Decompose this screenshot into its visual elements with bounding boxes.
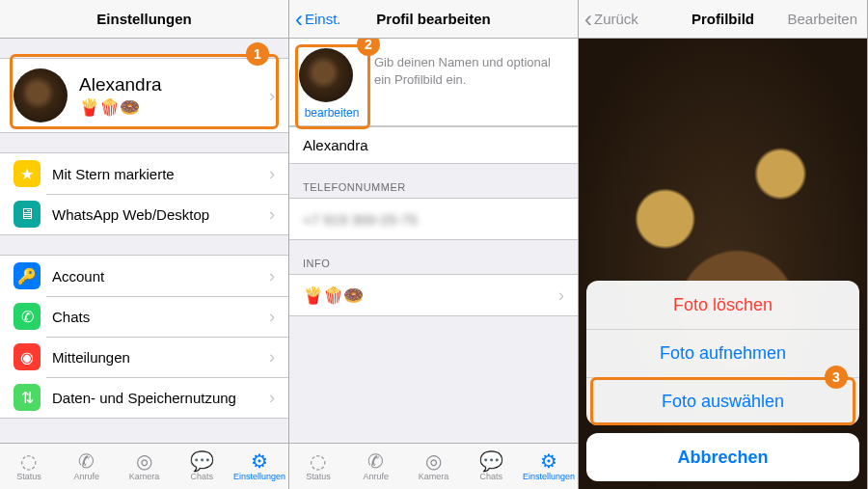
chevron-right-icon: › [269, 266, 275, 286]
tab-bar: ◌Status ✆Anrufe ◎Kamera 💬Chats ⚙Einstell… [289, 443, 578, 489]
chevron-right-icon: › [269, 86, 275, 106]
phone-number: +7 919 300-25-75 [303, 211, 418, 228]
status-icon: ◌ [20, 451, 37, 471]
nav-title: Einstellungen [96, 11, 191, 27]
sheet-cancel[interactable]: Abbrechen [586, 433, 859, 481]
row-notifications[interactable]: ◉ Mitteilungen › [0, 337, 288, 377]
chevron-right-icon: › [558, 285, 564, 306]
chevron-right-icon: › [269, 204, 275, 225]
key-icon: 🔑 [14, 262, 41, 289]
sheet-delete-photo[interactable]: Foto löschen [586, 281, 859, 329]
tab-status[interactable]: ◌Status [0, 444, 58, 489]
tab-settings[interactable]: ⚙Einstellungen [520, 444, 578, 489]
phone-icon: ✆ [78, 451, 95, 471]
tab-chats[interactable]: 💬Chats [462, 444, 520, 489]
gear-icon: ⚙ [540, 451, 557, 471]
nav-back[interactable]: ‹ Zurück [584, 0, 638, 38]
info-value: 🍟🍿🍩 [303, 285, 364, 306]
phone-icon: ✆ [367, 451, 384, 471]
info-row[interactable]: 🍟🍿🍩 › [289, 275, 578, 315]
desktop-icon: 🖥 [14, 201, 41, 228]
row-label: Chats [52, 309, 269, 325]
nav-edit[interactable]: Bearbeiten [787, 0, 857, 38]
camera-icon: ◎ [136, 451, 152, 471]
status-icon: ◌ [310, 451, 326, 471]
nav-title: Profil bearbeiten [376, 11, 490, 27]
chevron-right-icon: › [269, 347, 275, 367]
chats-icon: 💬 [479, 451, 503, 471]
profile-status: 🍟🍿🍩 [79, 97, 162, 118]
row-web-desktop[interactable]: 🖥 WhatsApp Web/Desktop › [0, 194, 288, 234]
edit-hint: Gib deinen Namen und optional ein Profil… [374, 48, 564, 125]
nav-title: Profilbild [692, 11, 754, 27]
avatar [14, 68, 68, 122]
content: bearbeiten Gib deinen Namen und optional… [289, 39, 578, 443]
info-group: 🍟🍿🍩 › [289, 274, 578, 316]
row-chats[interactable]: ✆ Chats › [0, 296, 288, 337]
row-data-storage[interactable]: ⇅ Daten- und Speichernutzung › [0, 377, 288, 418]
profile-name: Alexandra [79, 74, 162, 95]
phone-group: +7 919 300-25-75 [289, 198, 578, 240]
action-sheet-options: Foto löschen Foto aufnehmen Foto auswähl… [586, 281, 859, 425]
chats-icon: 💬 [190, 451, 214, 471]
sheet-choose-photo[interactable]: Foto auswählen [586, 377, 859, 425]
nav-back[interactable]: ‹ Einst. [295, 0, 341, 38]
screen-profile-photo: ‹ Zurück Profilbild Bearbeiten Foto lösc… [579, 0, 868, 489]
tab-chats[interactable]: 💬Chats [173, 444, 231, 489]
group-starred: ★ Mit Stern markierte › 🖥 WhatsApp Web/D… [0, 152, 288, 235]
section-phone: TELEFONNUMMER [289, 164, 578, 198]
row-starred[interactable]: ★ Mit Stern markierte › [0, 153, 288, 194]
notify-icon: ◉ [14, 343, 41, 370]
whatsapp-icon: ✆ [14, 303, 41, 330]
group-main: 🔑 Account › ✆ Chats › ◉ Mitteilungen › ⇅… [0, 255, 288, 419]
edit-profile-block: bearbeiten Gib deinen Namen und optional… [289, 39, 578, 126]
gear-icon: ⚙ [251, 451, 268, 471]
phone-row[interactable]: +7 919 300-25-75 [289, 199, 578, 239]
nav-bar: ‹ Einst. Profil bearbeiten [289, 0, 578, 39]
avatar-column: bearbeiten [303, 48, 361, 125]
avatar[interactable] [299, 48, 353, 102]
content: Alexandra 🍟🍿🍩 › 1 ★ Mit Stern markierte … [0, 39, 288, 443]
name-field[interactable]: Alexandra [289, 126, 578, 164]
tab-calls[interactable]: ✆Anrufe [58, 444, 116, 489]
chevron-left-icon: ‹ [584, 8, 592, 31]
tab-camera[interactable]: ◎Kamera [116, 444, 174, 489]
tab-settings[interactable]: ⚙Einstellungen [231, 444, 288, 489]
profile-row[interactable]: Alexandra 🍟🍿🍩 › [0, 58, 288, 133]
chevron-right-icon: › [269, 164, 275, 184]
chevron-left-icon: ‹ [295, 8, 303, 31]
row-label: Mit Stern markierte [52, 166, 269, 182]
camera-icon: ◎ [425, 451, 442, 471]
action-sheet: Foto löschen Foto aufnehmen Foto auswähl… [586, 281, 859, 481]
edit-photo-link[interactable]: bearbeiten [305, 106, 360, 120]
star-icon: ★ [14, 160, 41, 187]
tab-camera[interactable]: ◎Kamera [405, 444, 463, 489]
row-label: WhatsApp Web/Desktop [52, 206, 269, 223]
screen-edit-profile: ‹ Einst. Profil bearbeiten bearbeiten Gi… [289, 0, 579, 489]
screen-settings: Einstellungen Alexandra 🍟🍿🍩 › 1 ★ Mit St… [0, 0, 289, 489]
section-info: INFO [289, 240, 578, 274]
tab-bar: ◌Status ✆Anrufe ◎Kamera 💬Chats ⚙Einstell… [0, 443, 288, 489]
tab-calls[interactable]: ✆Anrufe [347, 444, 405, 489]
chevron-right-icon: › [269, 307, 275, 327]
nav-bar: ‹ Zurück Profilbild Bearbeiten [579, 0, 867, 39]
data-icon: ⇅ [14, 384, 41, 411]
tab-status[interactable]: ◌Status [289, 444, 347, 489]
row-account[interactable]: 🔑 Account › [0, 256, 288, 296]
sheet-take-photo[interactable]: Foto aufnehmen [586, 329, 859, 377]
chevron-right-icon: › [269, 388, 275, 408]
row-label: Daten- und Speichernutzung [52, 390, 269, 406]
content: Foto löschen Foto aufnehmen Foto auswähl… [579, 39, 867, 489]
nav-bar: Einstellungen [0, 0, 288, 39]
row-label: Account [52, 268, 269, 285]
row-label: Mitteilungen [52, 349, 269, 366]
